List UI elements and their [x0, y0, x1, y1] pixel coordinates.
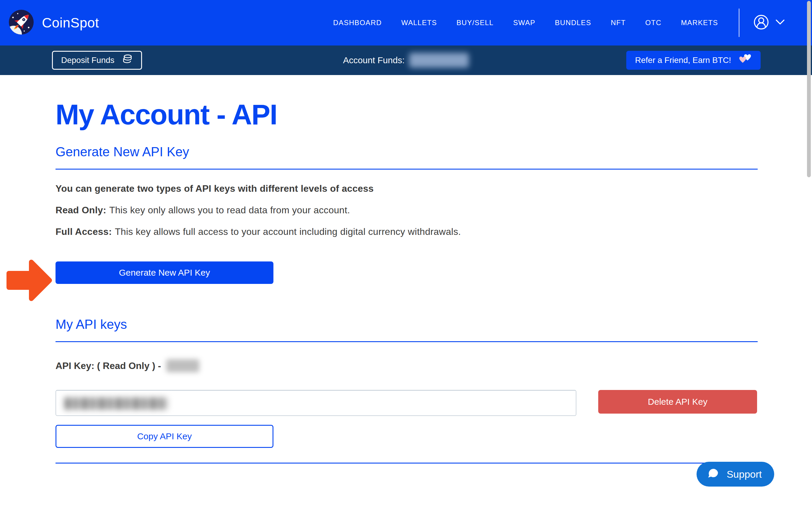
nav-link-otc[interactable]: OTC [645, 19, 661, 27]
account-menu[interactable] [754, 15, 812, 31]
read-only-description: Read Only:This key only allows you to re… [56, 205, 758, 216]
section-divider [56, 463, 758, 464]
chat-bubble-icon [706, 466, 720, 482]
nav-link-nft[interactable]: NFT [611, 19, 626, 27]
nav-link-swap[interactable]: SWAP [513, 19, 535, 27]
page-title: My Account - API [56, 99, 758, 131]
read-only-label: Read Only: [56, 205, 106, 215]
scrollbar-thumb[interactable] [807, 1, 811, 177]
api-key-label-row: API Key: ( Read Only ) - [56, 359, 758, 372]
account-funds: Account Funds: [343, 46, 469, 75]
support-label: Support [727, 468, 762, 480]
api-key-label: API Key: ( Read Only ) - [56, 360, 161, 371]
user-circle-icon [754, 15, 769, 31]
refer-friend-label: Refer a Friend, Earn BTC! [635, 56, 731, 65]
api-key-field[interactable] [56, 390, 576, 416]
nav-link-wallets[interactable]: WALLETS [401, 19, 437, 27]
generate-section-heading: Generate New API Key [56, 144, 758, 159]
redacted-account-funds-value [409, 53, 469, 67]
coin-stack-icon [122, 54, 133, 67]
coinspot-logo-icon [9, 10, 34, 36]
api-key-row: Delete API Key [56, 390, 758, 416]
redacted-api-key-id [166, 359, 199, 372]
brand-name: CoinSpot [42, 15, 99, 31]
section-divider [56, 341, 758, 342]
double-hearts-icon [738, 53, 752, 67]
account-funds-label: Account Funds: [343, 55, 405, 65]
full-access-description: Full Access:This key allows full access … [56, 226, 758, 237]
section-divider [56, 169, 758, 169]
account-subnav: Deposit Funds Account Funds: Refer a Fri… [0, 46, 812, 75]
full-access-text: This key allows full access to your acco… [115, 226, 461, 237]
my-api-keys-heading: My API keys [56, 317, 758, 332]
nav-divider [739, 8, 740, 37]
brand-home-link[interactable]: CoinSpot [9, 10, 99, 36]
chevron-down-icon [775, 19, 785, 26]
nav-link-buy-sell[interactable]: BUY/SELL [457, 19, 494, 27]
full-access-label: Full Access: [56, 226, 112, 237]
refer-friend-button[interactable]: Refer a Friend, Earn BTC! [626, 51, 761, 70]
callout-arrow-icon [6, 257, 53, 304]
coinspot-api-page: CoinSpot DASHBOARD WALLETS BUY/SELL SWAP… [0, 0, 812, 517]
nav-link-bundles[interactable]: BUNDLES [555, 19, 591, 27]
generate-api-key-button[interactable]: Generate New API Key [56, 262, 273, 284]
deposit-funds-button[interactable]: Deposit Funds [52, 51, 142, 70]
nav-link-markets[interactable]: MARKETS [681, 19, 718, 27]
support-button[interactable]: Support [697, 462, 774, 487]
read-only-text: This key only allows you to read data fr… [109, 205, 350, 215]
main-content: My Account - API Generate New API Key Yo… [56, 75, 758, 464]
deposit-funds-label: Deposit Funds [61, 56, 115, 65]
main-nav: DASHBOARD WALLETS BUY/SELL SWAP BUNDLES … [333, 19, 718, 27]
delete-api-key-button[interactable]: Delete API Key [598, 390, 757, 414]
top-navbar: CoinSpot DASHBOARD WALLETS BUY/SELL SWAP… [0, 0, 812, 46]
redacted-api-key-value [64, 397, 168, 410]
copy-api-key-button[interactable]: Copy API Key [56, 425, 273, 448]
api-key-intro-text: You can generate two types of API keys w… [56, 183, 758, 194]
nav-link-dashboard[interactable]: DASHBOARD [333, 19, 382, 27]
